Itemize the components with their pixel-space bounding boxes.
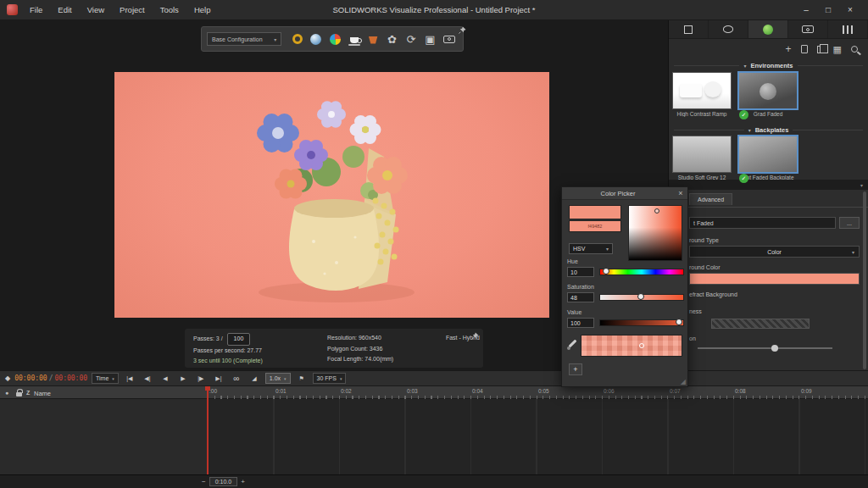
ruler-tick: 0:06 xyxy=(604,388,615,394)
panel-scrollbar[interactable] xyxy=(863,191,866,369)
pin-icon[interactable] xyxy=(459,22,466,37)
ease-ramp-icon[interactable]: ◢ xyxy=(248,373,261,385)
tab-advanced[interactable]: Advanced xyxy=(689,193,732,205)
refract-background-label: efract Background xyxy=(689,291,737,297)
cup-icon[interactable] xyxy=(346,30,363,49)
model-cube-icon[interactable]: ▣ xyxy=(421,30,438,49)
tab-cameras[interactable] xyxy=(788,20,828,38)
skip-start-button[interactable]: |◀ xyxy=(123,373,136,385)
render-canvas[interactable] xyxy=(114,72,549,318)
hue-slider[interactable] xyxy=(599,269,684,275)
playhead[interactable] xyxy=(207,386,209,474)
reset-refresh-icon[interactable]: ⟳ xyxy=(403,30,420,49)
maximize-button[interactable]: □ xyxy=(817,0,839,20)
color-mode-dropdown[interactable]: HSV ▾ xyxy=(569,243,613,254)
timeline-header: ● Z Name :00 0:01 0:02 0:03 0:04 0:05 0:… xyxy=(0,386,868,399)
lock-icon[interactable] xyxy=(16,392,22,396)
duplicate-icon[interactable] xyxy=(817,46,824,53)
add-icon[interactable]: + xyxy=(786,44,792,54)
saturation-slider[interactable] xyxy=(599,294,684,301)
stats-pin-icon[interactable] xyxy=(471,332,479,344)
menu-edit[interactable]: Edit xyxy=(58,5,71,14)
environments-section-header[interactable]: ▾ Environments xyxy=(669,59,868,71)
slider-handle[interactable] xyxy=(771,345,778,352)
close-button[interactable]: × xyxy=(839,0,861,20)
keyframe-icon[interactable]: ◆ xyxy=(5,374,10,382)
environment-item[interactable]: High Contrast Ramp xyxy=(672,72,732,117)
fps-dropdown[interactable]: 30 FPS ▾ xyxy=(313,373,347,384)
menu-view[interactable]: View xyxy=(87,5,104,14)
skip-end-button[interactable]: ▶| xyxy=(212,373,225,385)
frame-forward-button[interactable]: |▶ xyxy=(194,373,208,385)
tab-appearances[interactable] xyxy=(709,20,748,38)
paint-bucket-icon[interactable] xyxy=(364,30,381,49)
resize-grip[interactable]: ◢ xyxy=(681,378,686,385)
texture-color-preview[interactable] xyxy=(581,335,682,357)
configuration-dropdown[interactable]: Base Configuration ▾ xyxy=(207,32,281,46)
eyedropper-icon[interactable] xyxy=(567,338,577,350)
search-icon[interactable] xyxy=(851,46,858,53)
new-file-icon[interactable] xyxy=(801,45,808,53)
render-ring-icon[interactable] xyxy=(288,30,305,49)
brightness-slider-disabled xyxy=(711,319,810,329)
add-color-button[interactable]: + xyxy=(569,363,582,375)
collapsed-section-header[interactable]: ▾ xyxy=(669,180,868,190)
grapes-icon[interactable]: ✿ xyxy=(383,30,400,49)
menu-tools[interactable]: Tools xyxy=(160,5,179,14)
zoom-out-button[interactable]: − xyxy=(202,478,206,485)
timeline-mode-dropdown[interactable]: Time ▾ xyxy=(92,373,119,384)
color-wheel-icon[interactable] xyxy=(326,30,343,49)
slider-handle[interactable] xyxy=(603,268,609,274)
timeline-body[interactable] xyxy=(0,399,868,474)
render-stats-overlay: Passes: 3 / 100 Passes per second: 27.77… xyxy=(185,329,483,368)
menu-bar: File Edit View Project Tools Help xyxy=(30,5,210,14)
new-color-swatch xyxy=(569,205,621,219)
background-color-swatch[interactable] xyxy=(689,273,860,285)
tab-scenes[interactable] xyxy=(748,20,788,38)
grid-view-icon[interactable]: ▦ xyxy=(833,45,842,54)
play-reverse-button[interactable]: ◀ xyxy=(159,373,172,385)
background-type-dropdown[interactable]: Color ▾ xyxy=(689,246,860,258)
sv-marker[interactable] xyxy=(654,208,659,214)
timeline-lane[interactable] xyxy=(208,399,868,474)
scene-name-field[interactable]: t Faded xyxy=(689,217,836,229)
backplate-item[interactable]: Studio Soft Grey 12 xyxy=(672,136,732,180)
loop-button[interactable]: ∞ xyxy=(230,373,243,385)
play-button[interactable]: ▶ xyxy=(176,373,190,385)
saturation-value-square[interactable] xyxy=(628,205,682,261)
zigzag-icon[interactable]: Z xyxy=(26,390,30,396)
environment-item-selected[interactable]: ✓ Grad Faded xyxy=(738,72,798,117)
tab-layers[interactable] xyxy=(828,20,868,38)
hue-input[interactable]: 10 xyxy=(567,267,594,277)
speed-dropdown[interactable]: 1.0x ▾ xyxy=(265,373,291,384)
backplate-item-selected[interactable]: ✓ oint Faded Backplate xyxy=(738,136,798,180)
slider-handle[interactable] xyxy=(637,293,644,300)
close-icon[interactable]: × xyxy=(674,189,687,197)
zoom-in-button[interactable]: + xyxy=(241,478,245,485)
minimize-button[interactable]: – xyxy=(795,0,817,20)
tab-models[interactable] xyxy=(669,20,709,38)
menu-project[interactable]: Project xyxy=(120,5,145,14)
flag-icon[interactable]: ⚑ xyxy=(295,373,309,385)
record-dot-icon[interactable]: ● xyxy=(5,390,8,396)
current-color-swatch: f49482 xyxy=(569,220,621,232)
environment-sphere-icon[interactable] xyxy=(308,30,325,49)
value-input[interactable]: 100 xyxy=(567,318,594,328)
browse-button[interactable]: ... xyxy=(839,217,860,229)
ruler-tick: 0:05 xyxy=(538,388,549,394)
slider-handle[interactable] xyxy=(676,319,682,325)
bucket-shape-icon xyxy=(368,34,379,44)
menu-help[interactable]: Help xyxy=(194,5,211,14)
menu-file[interactable]: File xyxy=(30,5,42,14)
timeline-duration-field[interactable]: 0:10.0 xyxy=(209,477,237,486)
backplates-section-header[interactable]: ▾ Backplates xyxy=(669,124,868,136)
frame-back-button[interactable]: ◀| xyxy=(141,373,154,385)
rotation-slider[interactable] xyxy=(698,344,832,352)
camera-export-icon[interactable] xyxy=(441,30,458,49)
time-display: 00:00:00 / 00:00:00 xyxy=(14,374,87,382)
passes-limit-field[interactable]: 100 xyxy=(227,333,251,346)
value-slider[interactable] xyxy=(599,319,684,326)
saturation-input[interactable]: 48 xyxy=(567,292,594,302)
time-separator: / xyxy=(49,374,53,382)
timeline-ruler[interactable]: :00 0:01 0:02 0:03 0:04 0:05 0:06 0:07 0… xyxy=(208,386,868,399)
